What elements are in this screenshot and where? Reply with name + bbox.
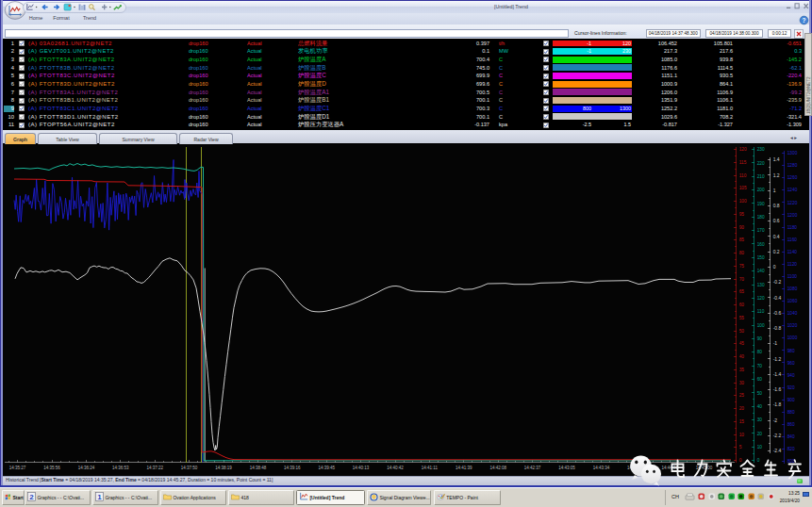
svg-text:1120: 1120	[787, 261, 798, 266]
svg-text:30: 30	[757, 417, 763, 422]
svg-text:1280: 1280	[787, 163, 798, 168]
svg-text:880: 880	[787, 409, 795, 414]
svg-text:1080: 1080	[787, 286, 798, 291]
svg-text:14:38:48: 14:38:48	[250, 466, 267, 470]
svg-text:60: 60	[739, 303, 745, 307]
svg-text:110: 110	[739, 172, 747, 177]
svg-text:100: 100	[757, 322, 765, 327]
svg-text:14:37:22: 14:37:22	[146, 466, 163, 470]
svg-text:1020: 1020	[787, 323, 798, 328]
svg-text:14:42:37: 14:42:37	[524, 466, 541, 470]
svg-text:130: 130	[757, 282, 765, 286]
svg-text:-1.4: -1.4	[773, 370, 782, 376]
svg-text:80: 80	[739, 251, 745, 255]
svg-text:-2: -2	[773, 417, 778, 422]
svg-text:1040: 1040	[787, 311, 798, 316]
svg-text:1240: 1240	[787, 188, 798, 192]
svg-text:20: 20	[757, 431, 763, 435]
svg-text:30: 30	[739, 380, 745, 384]
svg-text:1B[2]UNIT2@NET2: 1B[2]UNIT2@NET2	[806, 76, 811, 114]
svg-text:10: 10	[757, 444, 763, 449]
svg-text:120: 120	[739, 147, 747, 152]
svg-text:-0.6: -0.6	[773, 309, 782, 315]
svg-text:20: 20	[739, 406, 745, 411]
svg-text:14:36:24: 14:36:24	[78, 466, 95, 470]
svg-text:1: 1	[97, 493, 102, 501]
svg-text:840: 840	[787, 434, 795, 439]
svg-text:115: 115	[739, 159, 747, 164]
svg-text:-0.4: -0.4	[773, 294, 782, 300]
svg-text:0.8: 0.8	[773, 203, 780, 208]
svg-text:40: 40	[757, 403, 763, 408]
svg-text:1180: 1180	[787, 224, 798, 229]
svg-text:14:43:05: 14:43:05	[558, 466, 575, 470]
svg-text:-0.8: -0.8	[773, 325, 782, 331]
svg-text:14:41:39: 14:41:39	[456, 466, 472, 470]
svg-text:1260: 1260	[787, 175, 798, 180]
svg-text:920: 920	[787, 384, 795, 389]
svg-text:1.2: 1.2	[773, 172, 780, 177]
svg-text:65: 65	[739, 289, 745, 294]
svg-text:14:37:50: 14:37:50	[181, 466, 198, 470]
svg-text:14:35:56: 14:35:56	[43, 466, 60, 470]
svg-text:160: 160	[757, 241, 765, 246]
svg-text:15: 15	[739, 418, 745, 423]
svg-text:14:36:53: 14:36:53	[112, 466, 129, 470]
svg-text:1: 1	[773, 187, 776, 192]
svg-text:220: 220	[757, 160, 765, 165]
svg-text:-1.6: -1.6	[773, 386, 782, 392]
svg-text:35: 35	[739, 367, 745, 371]
svg-text:?: ?	[803, 17, 806, 24]
svg-text:1000: 1000	[787, 335, 798, 340]
svg-text:1140: 1140	[787, 249, 798, 254]
svg-text:90: 90	[757, 336, 763, 341]
svg-text:75: 75	[739, 263, 745, 268]
svg-text:14:40:42: 14:40:42	[387, 466, 404, 470]
svg-text:14:43:34: 14:43:34	[593, 466, 610, 470]
svg-text:230: 230	[757, 147, 765, 152]
svg-text:14:35:27: 14:35:27	[9, 466, 26, 470]
svg-text:0.4: 0.4	[773, 233, 780, 238]
svg-text:-1: -1	[773, 340, 778, 346]
svg-text:0.6: 0.6	[773, 218, 780, 223]
svg-text:1060: 1060	[787, 299, 798, 303]
svg-text:14:38:19: 14:38:19	[215, 466, 232, 470]
svg-text:900: 900	[787, 397, 795, 401]
svg-text:210: 210	[757, 173, 765, 178]
svg-text:140: 140	[757, 269, 765, 273]
svg-text:14:39:45: 14:39:45	[318, 466, 335, 470]
svg-text:110: 110	[757, 309, 765, 314]
svg-text:180: 180	[757, 214, 765, 219]
svg-text:40: 40	[739, 354, 745, 359]
svg-text:1160: 1160	[787, 237, 798, 241]
svg-text:14:40:13: 14:40:13	[353, 466, 370, 470]
svg-text:105: 105	[739, 186, 747, 190]
svg-text:-1.8: -1.8	[773, 401, 782, 407]
svg-text:960: 960	[787, 360, 795, 365]
svg-text:0.2: 0.2	[773, 248, 780, 254]
svg-text:940: 940	[787, 372, 795, 377]
svg-text:-0.2: -0.2	[773, 279, 782, 285]
svg-text:85: 85	[739, 237, 745, 242]
svg-text:1100: 1100	[787, 274, 798, 279]
svg-text:60: 60	[757, 377, 763, 382]
svg-text:0: 0	[773, 264, 776, 270]
svg-text:25: 25	[739, 393, 745, 398]
svg-text:14:42:08: 14:42:08	[489, 466, 506, 470]
svg-text:50: 50	[757, 390, 763, 395]
svg-text:150: 150	[757, 255, 765, 260]
svg-text:45: 45	[739, 341, 745, 346]
svg-text:120: 120	[757, 296, 765, 301]
svg-text:2: 2	[29, 493, 34, 501]
svg-text:1220: 1220	[787, 200, 798, 204]
svg-text:50: 50	[739, 328, 745, 333]
svg-text:190: 190	[757, 201, 765, 205]
svg-text:-1.2: -1.2	[773, 355, 782, 361]
svg-text:980: 980	[787, 348, 795, 352]
svg-text:95: 95	[739, 211, 745, 216]
svg-text:55: 55	[739, 315, 745, 319]
svg-text:10: 10	[739, 432, 745, 436]
svg-text:860: 860	[787, 422, 795, 427]
svg-text:1300: 1300	[787, 151, 798, 155]
svg-text:14:39:16: 14:39:16	[284, 466, 301, 470]
